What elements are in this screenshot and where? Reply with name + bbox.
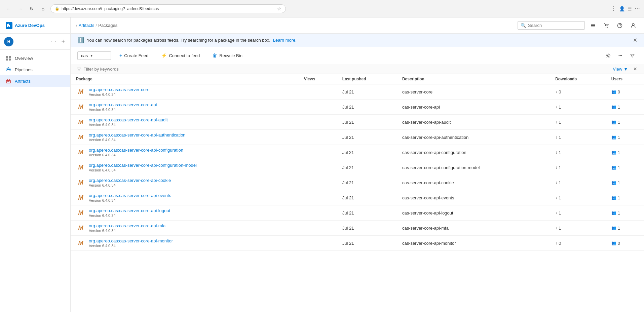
- maven-icon-3: M: [76, 132, 85, 142]
- package-link-3[interactable]: org.apereo.cas:cas-server-core-api-authe…: [89, 132, 186, 138]
- views-cell-2: [299, 115, 337, 130]
- svg-point-17: [607, 27, 608, 27]
- package-link-7[interactable]: org.apereo.cas:cas-server-core-api-event…: [89, 193, 171, 198]
- package-link-0[interactable]: org.apereo.cas:cas-server-core: [89, 87, 150, 92]
- refresh-button[interactable]: ↻: [27, 4, 36, 13]
- address-bar[interactable]: 🔒 https://dev.azure.com//_packaging?_a=f…: [50, 4, 286, 13]
- table-row: M org.apereo.cas:cas-server-core-api-mon…: [71, 236, 644, 251]
- users-cell-0: 👥 0: [606, 84, 644, 100]
- list-view-button[interactable]: [588, 20, 598, 31]
- download-icon-3: ↓: [555, 135, 557, 140]
- sidebar-add-button[interactable]: +: [60, 37, 66, 46]
- extensions-icon[interactable]: ⋮: [611, 5, 616, 12]
- svg-point-22: [618, 55, 619, 56]
- views-cell-1: [299, 100, 337, 115]
- sidebar-item-artifacts[interactable]: Artifacts: [0, 75, 70, 87]
- filter-close-button[interactable]: ✕: [633, 66, 637, 72]
- connect-to-feed-button[interactable]: ⚡ Connect to feed: [157, 51, 204, 60]
- filter-input[interactable]: [83, 67, 610, 72]
- settings-gear-button[interactable]: [603, 50, 613, 61]
- col-description: Description: [397, 74, 550, 84]
- downloads-cell-1: ↓ 1: [550, 100, 606, 115]
- artifacts-icon: [5, 78, 11, 84]
- recycle-bin-label: Recycle Bin: [219, 53, 242, 58]
- users-icon-7: 👥: [611, 195, 616, 200]
- package-version-4: Version 6.4.0.34: [89, 153, 183, 157]
- svg-rect-11: [7, 79, 9, 81]
- home-button[interactable]: ⌂: [38, 4, 48, 13]
- table-row: M org.apereo.cas:cas-server-core-api-aut…: [71, 130, 644, 145]
- create-feed-button[interactable]: + Create Feed: [115, 51, 153, 60]
- package-link-4[interactable]: org.apereo.cas:cas-server-core-api-confi…: [89, 148, 183, 153]
- package-link-2[interactable]: org.apereo.cas:cas-server-core-api-audit: [89, 117, 168, 122]
- users-icon-0: 👥: [611, 89, 616, 94]
- description-cell-9: cas-server-core-api-mfa: [397, 221, 550, 236]
- package-link-8[interactable]: org.apereo.cas:cas-server-core-api-logou…: [89, 208, 170, 213]
- users-value-8: 1: [618, 210, 620, 216]
- last-pushed-cell-7: Jul 21: [337, 190, 397, 205]
- help-button[interactable]: ?: [614, 20, 625, 31]
- package-link-5[interactable]: org.apereo.cas:cas-server-core-api-confi…: [89, 163, 197, 168]
- views-cell-8: [299, 205, 337, 221]
- svg-point-6: [9, 69, 11, 70]
- users-icon-3: 👥: [611, 135, 616, 140]
- users-cell-4: 👥 1: [606, 145, 644, 160]
- learn-more-link[interactable]: Learn more.: [273, 38, 297, 43]
- downloads-value-1: 1: [559, 105, 561, 110]
- plus-icon: +: [119, 53, 122, 58]
- sidebar-dots-menu[interactable]: · ·: [50, 38, 57, 45]
- package-link-6[interactable]: org.apereo.cas:cas-server-core-api-cooki…: [89, 178, 171, 183]
- feed-settings-button[interactable]: [615, 50, 625, 61]
- package-version-3: Version 6.4.0.34: [89, 138, 186, 142]
- users-value-5: 1: [618, 165, 620, 170]
- svg-rect-1: [6, 56, 8, 58]
- downloads-value-3: 1: [559, 135, 561, 140]
- svg-rect-4: [9, 58, 11, 61]
- description-cell-2: cas-server-core-api-audit: [397, 115, 550, 130]
- sidebar-item-overview[interactable]: Overview: [0, 52, 70, 64]
- description-cell-1: cas-server-core-api: [397, 100, 550, 115]
- recycle-bin-button[interactable]: 🗑 Recycle Bin: [208, 51, 247, 60]
- info-close-button[interactable]: ✕: [633, 37, 637, 43]
- package-link-1[interactable]: org.apereo.cas:cas-server-core-api: [89, 102, 157, 107]
- package-link-10[interactable]: org.apereo.cas:cas-server-core-api-monit…: [89, 238, 173, 243]
- reading-list-icon[interactable]: ☰: [628, 6, 632, 11]
- more-icon[interactable]: ⋯: [635, 5, 640, 12]
- users-icon-2: 👥: [611, 120, 616, 124]
- azure-devops-logo-icon: [5, 22, 13, 29]
- users-icon-4: 👥: [611, 150, 616, 155]
- bookmark-icon[interactable]: ☆: [277, 6, 281, 11]
- download-icon-8: ↓: [555, 210, 557, 215]
- main-content: / Artifacts / Packages 🔍 ?: [71, 17, 644, 312]
- description-cell-6: cas-server-core-api-cookie: [397, 175, 550, 190]
- filter-icon: ▽: [77, 67, 81, 72]
- description-cell-3: cas-server-core-api-authentication: [397, 130, 550, 145]
- package-name-cell-3: M org.apereo.cas:cas-server-core-api-aut…: [71, 130, 299, 145]
- main-search-input[interactable]: [528, 23, 582, 28]
- forward-button[interactable]: →: [15, 4, 25, 13]
- downloads-cell-9: ↓ 1: [550, 221, 606, 236]
- main-search-box[interactable]: 🔍: [518, 21, 585, 30]
- breadcrumb-artifacts-link[interactable]: Artifacts: [79, 23, 94, 28]
- last-pushed-cell-3: Jul 21: [337, 130, 397, 145]
- col-package: Package: [71, 74, 299, 84]
- package-link-9[interactable]: org.apereo.cas:cas-server-core-api-mfa: [89, 223, 165, 228]
- svg-point-23: [620, 55, 621, 56]
- table-row: M org.apereo.cas:cas-server-core-api-con…: [71, 145, 644, 160]
- download-icon-7: ↓: [555, 195, 557, 200]
- sidebar-item-pipelines[interactable]: Pipelines: [0, 64, 70, 75]
- svg-point-21: [607, 55, 609, 56]
- downloads-cell-8: ↓ 1: [550, 205, 606, 221]
- downloads-cell-2: ↓ 1: [550, 115, 606, 130]
- profile-icon[interactable]: 👤: [619, 6, 625, 11]
- user-settings-button[interactable]: [628, 20, 639, 31]
- downloads-cell-4: ↓ 1: [550, 145, 606, 160]
- back-button[interactable]: ←: [4, 4, 13, 13]
- shopping-cart-button[interactable]: [601, 20, 612, 31]
- filter-funnel-button[interactable]: [627, 50, 637, 61]
- packages-area[interactable]: Package Views Last pushed Description Do…: [71, 74, 644, 312]
- view-dropdown-button[interactable]: View ▼: [613, 67, 628, 72]
- info-banner: ℹ️ You can now search for packages acros…: [71, 34, 644, 47]
- feed-selector[interactable]: cas ▼: [77, 51, 111, 60]
- feed-toolbar: cas ▼ + Create Feed ⚡ Connect to feed 🗑 …: [71, 47, 644, 64]
